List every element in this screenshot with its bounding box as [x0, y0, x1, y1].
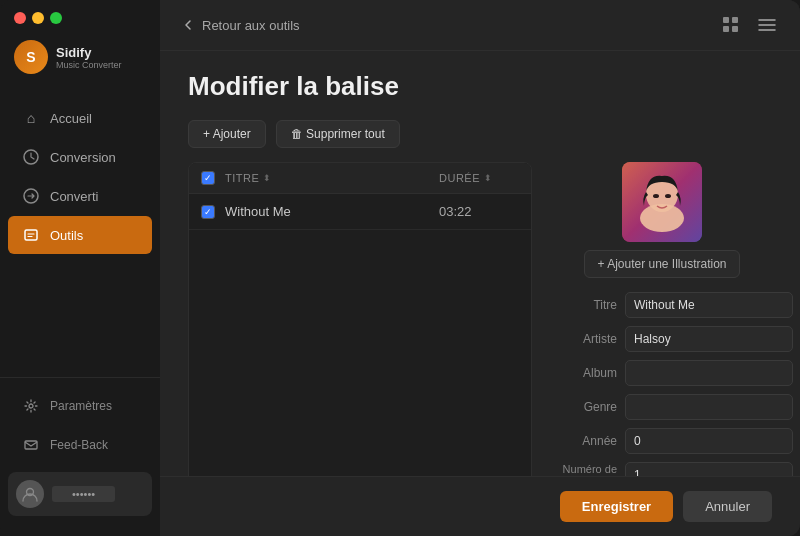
- traffic-light-red[interactable]: [14, 12, 26, 24]
- track-table: TITRE ⬍ DURÉE ⬍ Without Me: [188, 162, 532, 476]
- sort-duration-icon[interactable]: ⬍: [484, 173, 493, 183]
- main-content: Retour aux outils: [160, 0, 800, 536]
- sidebar-item-parametres[interactable]: Paramètres: [8, 387, 152, 425]
- sidebar-item-label: Accueil: [50, 111, 92, 126]
- select-all-checkbox[interactable]: [201, 171, 215, 185]
- sidebar-nav: ⌂ Accueil Conversion: [0, 94, 160, 377]
- back-arrow-icon: [180, 17, 196, 33]
- annee-label: Année: [552, 434, 617, 448]
- header-title: TITRE ⬍: [225, 172, 439, 184]
- album-art: [622, 162, 702, 242]
- row-title: Without Me: [225, 204, 439, 219]
- action-buttons: + Ajouter 🗑 Supprimer tout: [188, 120, 772, 148]
- artiste-label: Artiste: [552, 332, 617, 346]
- sidebar-item-outils[interactable]: Outils: [8, 216, 152, 254]
- row-checkbox-wrapper: [201, 205, 225, 219]
- table-row[interactable]: Without Me 03:22: [189, 194, 531, 230]
- form-row-annee: Année: [552, 428, 772, 454]
- app-subtitle: Music Converter: [56, 60, 122, 70]
- logo-avatar: S: [14, 40, 48, 74]
- sidebar-item-conversion[interactable]: Conversion: [8, 138, 152, 176]
- logo-text: Sidify Music Converter: [56, 45, 122, 70]
- titre-label: Titre: [552, 298, 617, 312]
- grid-view-button[interactable]: [718, 12, 744, 38]
- annee-input[interactable]: [625, 428, 793, 454]
- sidebar: S Sidify Music Converter ⌂ Accueil C: [0, 0, 160, 536]
- form-row-album: Album: [552, 360, 772, 386]
- form-row-artiste: Artiste: [552, 326, 772, 352]
- genre-input[interactable]: [625, 394, 793, 420]
- traffic-light-yellow[interactable]: [32, 12, 44, 24]
- svg-point-10: [665, 194, 671, 198]
- settings-icon: [22, 397, 40, 415]
- mail-icon: [22, 436, 40, 454]
- svg-point-9: [653, 194, 659, 198]
- save-button[interactable]: Enregistrer: [560, 491, 673, 522]
- sidebar-item-converti[interactable]: Converti: [8, 177, 152, 215]
- numero-label: Numéro de Piste: [552, 463, 617, 476]
- sidebar-item-label: Conversion: [50, 150, 116, 165]
- user-name: ••••••: [52, 486, 115, 502]
- header-duration: DURÉE ⬍: [439, 172, 519, 184]
- top-actions: [718, 12, 780, 38]
- home-icon: ⌂: [22, 109, 40, 127]
- add-button[interactable]: + Ajouter: [188, 120, 266, 148]
- form-row-titre: Titre: [552, 292, 772, 318]
- bottom-bar: Enregistrer Annuler: [160, 476, 800, 536]
- hamburger-icon: [758, 18, 776, 32]
- top-bar: Retour aux outils: [160, 0, 800, 51]
- converti-icon: [22, 187, 40, 205]
- page-area: Modifier la balise + Ajouter 🗑 Supprimer…: [160, 51, 800, 476]
- album-label: Album: [552, 366, 617, 380]
- back-label: Retour aux outils: [202, 18, 300, 33]
- traffic-lights: [0, 0, 160, 24]
- artiste-input[interactable]: [625, 326, 793, 352]
- sidebar-item-accueil[interactable]: ⌂ Accueil: [8, 99, 152, 137]
- titre-input[interactable]: [625, 292, 793, 318]
- content-panel: TITRE ⬍ DURÉE ⬍ Without Me: [188, 162, 772, 476]
- numero-input[interactable]: [625, 462, 793, 476]
- grid-icon: [723, 17, 739, 33]
- svg-point-3: [29, 404, 33, 408]
- traffic-light-green[interactable]: [50, 12, 62, 24]
- right-panel: + Ajouter une Illustration Titre Artiste: [552, 162, 772, 476]
- conversion-icon: [22, 148, 40, 166]
- outils-icon: [22, 226, 40, 244]
- form-row-genre: Genre: [552, 394, 772, 420]
- sidebar-logo: S Sidify Music Converter: [0, 24, 160, 94]
- user-avatar: [16, 480, 44, 508]
- sidebar-item-label: Paramètres: [50, 399, 112, 413]
- row-checkbox[interactable]: [201, 205, 215, 219]
- back-button[interactable]: Retour aux outils: [180, 17, 300, 33]
- sidebar-item-label: Outils: [50, 228, 83, 243]
- genre-label: Genre: [552, 400, 617, 414]
- sort-icon[interactable]: ⬍: [263, 173, 272, 183]
- user-profile[interactable]: ••••••: [8, 472, 152, 516]
- app-name: Sidify: [56, 45, 122, 60]
- row-duration: 03:22: [439, 204, 519, 219]
- form-row-numero: Numéro de Piste: [552, 462, 772, 476]
- delete-all-button[interactable]: 🗑 Supprimer tout: [276, 120, 400, 148]
- svg-rect-2: [25, 230, 37, 240]
- menu-button[interactable]: [754, 12, 780, 38]
- cancel-button[interactable]: Annuler: [683, 491, 772, 522]
- table-header: TITRE ⬍ DURÉE ⬍: [189, 163, 531, 194]
- svg-rect-4: [25, 441, 37, 449]
- app-container: S Sidify Music Converter ⌂ Accueil C: [0, 0, 800, 536]
- album-art-image: [622, 162, 702, 242]
- album-input[interactable]: [625, 360, 793, 386]
- sidebar-bottom: Paramètres Feed-Back •••: [0, 377, 160, 536]
- metadata-form: Titre Artiste Album Genre: [552, 292, 772, 476]
- page-title: Modifier la balise: [188, 71, 772, 102]
- svg-point-8: [640, 204, 684, 232]
- header-check: [201, 171, 225, 185]
- sidebar-item-label: Feed-Back: [50, 438, 108, 452]
- svg-rect-6: [622, 162, 702, 242]
- sidebar-item-feedback[interactable]: Feed-Back: [8, 426, 152, 464]
- sidebar-item-label: Converti: [50, 189, 98, 204]
- add-illustration-button[interactable]: + Ajouter une Illustration: [584, 250, 739, 278]
